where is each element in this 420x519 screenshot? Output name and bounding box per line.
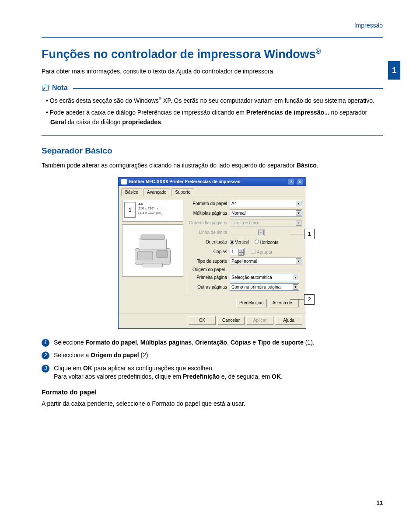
label-linha: Linha de limite	[187, 230, 227, 235]
s3h: .	[281, 373, 283, 380]
s1a: Seleccione	[54, 339, 85, 346]
s1f: Orientação	[195, 339, 227, 346]
row-primeira: Primeira página Selecção automática▼	[190, 274, 299, 282]
label-copias: Cópias	[187, 249, 227, 254]
close-button[interactable]: X	[296, 179, 303, 185]
tab-basico[interactable]: Básico	[121, 188, 142, 196]
combo-multiplas[interactable]: Normal▼	[230, 209, 302, 217]
combo-ordem: Direita e baixo▼	[230, 219, 302, 226]
paper-info-box[interactable]: 1 A4 210 x 297 mm (8.3 x 11.7 pol.)	[122, 200, 183, 222]
combo-formato[interactable]: A4▼	[230, 200, 302, 207]
chevron-down-icon: ▼	[293, 275, 298, 280]
acerca-button[interactable]: Acerca de...	[270, 299, 299, 307]
callout-2-box: 2	[304, 294, 315, 305]
callout-1-line	[290, 234, 304, 234]
right-pane: Formato do papel A4▼ Múltiplas páginas N…	[187, 200, 302, 310]
checkbox-icon	[251, 249, 256, 254]
chevron-down-icon: ▼	[238, 252, 244, 256]
row-ordem: Ordem das páginas Direita e baixo▼	[187, 219, 302, 227]
title-text: Funções no controlador de impressora Win…	[42, 48, 316, 61]
label-tipo: Tipo de suporte	[187, 259, 227, 264]
radio-dot-icon	[255, 240, 259, 244]
label-orient: Orientação	[187, 240, 227, 244]
row-copias: Cópias 1 ▲▼ Agrupar	[187, 248, 302, 256]
callout-2-line	[290, 300, 304, 300]
page-number: 11	[377, 499, 383, 506]
svg-rect-4	[157, 251, 168, 258]
val-outras: Como na primeira página	[231, 285, 280, 289]
paper-size-in: (8.3 x 11.7 pol.)	[138, 211, 163, 215]
row-formato: Formato do papel A4▼	[187, 200, 302, 208]
label-multiplas: Múltiplas páginas	[187, 211, 227, 216]
chevron-down-icon: ▼	[258, 230, 264, 235]
checkbox-agrupar: Agrupar	[251, 249, 273, 254]
radio-orient: Vertical Horizontal	[230, 240, 280, 245]
combo-primeira[interactable]: Selecção automática▼	[230, 274, 299, 281]
svg-rect-2	[139, 239, 167, 250]
dialog-title: Brother MFC-XXXX Printer Preferências de…	[129, 179, 241, 184]
s1j: Tipo de suporte	[258, 339, 304, 346]
step-3-body: Clique em OK para aplicar as configuraçõ…	[54, 364, 383, 381]
ajuda-button[interactable]: Ajuda	[275, 316, 302, 325]
val-tipo: Papel normal	[231, 259, 257, 264]
s1b: Formato do papel	[85, 339, 136, 346]
step-3: 3 Clique em OK para aplicar as configura…	[42, 364, 383, 381]
s2a: Seleccione a	[54, 352, 91, 359]
nota-b1-b: XP. Os ecrãs no seu computador variam em…	[161, 97, 374, 104]
print-preferences-dialog: Brother MFC-XXXX Printer Preferências de…	[118, 177, 306, 329]
tab-suporte[interactable]: Suporte	[171, 188, 194, 196]
cancelar-button[interactable]: Cancelar	[217, 316, 245, 325]
svg-rect-3	[141, 235, 164, 240]
combo-outras[interactable]: Como na primeira página▼	[230, 283, 299, 291]
combo-tipo[interactable]: Papel normal▼	[230, 258, 302, 265]
step-1: 1 Seleccione Formato do papel, Múltiplas…	[42, 338, 383, 347]
s3b: OK	[83, 365, 92, 372]
label-outras: Outras páginas	[190, 285, 227, 289]
callout-1-box: 1	[304, 229, 315, 239]
nota-b2-e: da caixa de diálogo	[66, 118, 122, 125]
ok-button[interactable]: OK	[189, 316, 216, 325]
chevron-up-icon: ▲	[238, 249, 244, 252]
s1g: ,	[227, 339, 231, 346]
radio-horizontal[interactable]: Horizontal	[255, 240, 280, 245]
row-linha: Linha de limite ▼	[187, 229, 302, 237]
dialog-wrapper: 1 2 Brother MFC-XXXX Printer Preferência…	[98, 177, 326, 329]
tab-avancado[interactable]: Avançado	[143, 188, 170, 196]
step-num-1: 1	[42, 339, 49, 347]
chevron-down-icon: ▼	[293, 284, 298, 290]
aplicar-button[interactable]: Aplicar	[246, 316, 273, 325]
registered-mark: ®	[316, 47, 321, 55]
label-formato: Formato do papel	[187, 201, 227, 206]
s1d: Múltiplas páginas	[140, 339, 192, 346]
chevron-down-icon: ▼	[296, 201, 301, 206]
pencil-note-icon	[42, 84, 49, 92]
step-1-body: Seleccione Formato do papel, Múltiplas p…	[54, 338, 383, 347]
inner-button-row: Predefinição Acerca de...	[187, 296, 302, 310]
sep-p-a: Também pode alterar as configurações cli…	[42, 162, 297, 169]
step-2: 2 Seleccione a Origem do papel (2).	[42, 351, 383, 360]
svg-rect-5	[138, 251, 153, 260]
legend-origem: Origem do papel	[191, 267, 227, 272]
app-icon	[121, 179, 127, 185]
nota-b2-b: Preferências de impressão...	[246, 109, 329, 116]
nota-b2-d: Geral	[50, 118, 66, 125]
svg-rect-6	[143, 263, 163, 267]
val-copias: 1	[231, 249, 234, 254]
step-2-body: Seleccione a Origem do papel (2).	[54, 351, 383, 360]
s1h: Cópias	[231, 339, 251, 346]
separador-paragraph: Também pode alterar as configurações cli…	[42, 161, 383, 170]
spinner-copias[interactable]: 1 ▲▼	[230, 248, 245, 255]
chapter-tab: 1	[388, 61, 400, 80]
s1c: ,	[137, 339, 140, 346]
dialog-titlebar: Brother MFC-XXXX Printer Preferências de…	[119, 178, 306, 186]
help-button[interactable]: ?	[287, 179, 294, 185]
radio-dot-icon	[230, 240, 234, 244]
s3c: para aplicar as configurações que escolh…	[92, 365, 214, 372]
printer-illustration[interactable]	[122, 224, 183, 277]
radio-vertical[interactable]: Vertical	[230, 240, 249, 245]
s3d: Para voltar aos valores predefinidos, cl…	[54, 373, 183, 380]
row-orient: Orientação Vertical Horizontal	[187, 238, 302, 246]
formato-paragraph: A partir da caixa pendente, seleccione o…	[42, 399, 383, 408]
predef-button[interactable]: Predefinição	[236, 299, 267, 307]
separador-heading: Separador Básico	[42, 146, 383, 156]
